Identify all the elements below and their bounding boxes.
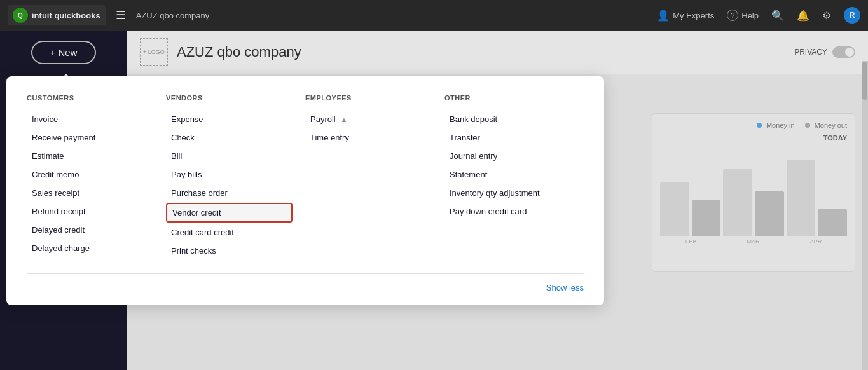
delayed-credit-item[interactable]: Delayed credit xyxy=(27,221,153,238)
other-header: OTHER xyxy=(444,94,571,102)
estimate-item[interactable]: Estimate xyxy=(27,147,153,165)
journal-entry-item[interactable]: Journal entry xyxy=(444,147,571,165)
dropdown-columns: CUSTOMERS Invoice Receive payment Estima… xyxy=(27,94,584,261)
payroll-item[interactable]: Payroll ▲ xyxy=(305,111,432,128)
vendor-credit-item[interactable]: Vendor credit xyxy=(166,203,293,223)
check-item[interactable]: Check xyxy=(166,129,293,146)
sales-receipt-item[interactable]: Sales receipt xyxy=(27,184,153,202)
vendors-column: VENDORS Expense Check Bill Pay bills Pur… xyxy=(166,94,305,261)
delayed-charge-item[interactable]: Delayed charge xyxy=(27,240,153,257)
bank-deposit-item[interactable]: Bank deposit xyxy=(444,111,571,128)
receive-payment-item[interactable]: Receive payment xyxy=(27,129,153,146)
other-column: OTHER Bank deposit Transfer Journal entr… xyxy=(444,94,584,261)
expense-item[interactable]: Expense xyxy=(166,111,293,128)
transfer-item[interactable]: Transfer xyxy=(444,129,571,146)
show-less-button[interactable]: Show less xyxy=(546,283,584,292)
statement-item[interactable]: Statement xyxy=(444,166,571,183)
payroll-upgrade-icon: ▲ xyxy=(340,116,347,123)
customers-header: CUSTOMERS xyxy=(27,94,153,102)
employees-header: EMPLOYEES xyxy=(305,94,432,102)
dropdown-footer: Show less xyxy=(27,273,584,292)
bill-item[interactable]: Bill xyxy=(166,147,293,165)
credit-memo-item[interactable]: Credit memo xyxy=(27,166,153,183)
employees-column: EMPLOYEES Payroll ▲ Time entry xyxy=(305,94,444,261)
pay-bills-item[interactable]: Pay bills xyxy=(166,166,293,183)
purchase-order-item[interactable]: Purchase order xyxy=(166,184,293,202)
inventory-qty-item[interactable]: Inventory qty adjustment xyxy=(444,184,571,202)
customers-column: CUSTOMERS Invoice Receive payment Estima… xyxy=(27,94,166,261)
credit-card-credit-item[interactable]: Credit card credit xyxy=(166,224,293,241)
time-entry-item[interactable]: Time entry xyxy=(305,129,432,146)
vendors-header: VENDORS xyxy=(166,94,293,102)
refund-receipt-item[interactable]: Refund receipt xyxy=(27,203,153,220)
new-dropdown-panel: CUSTOMERS Invoice Receive payment Estima… xyxy=(6,76,604,305)
invoice-item[interactable]: Invoice xyxy=(27,111,153,128)
pay-down-cc-item[interactable]: Pay down credit card xyxy=(444,203,571,220)
print-checks-item[interactable]: Print checks xyxy=(166,242,293,259)
